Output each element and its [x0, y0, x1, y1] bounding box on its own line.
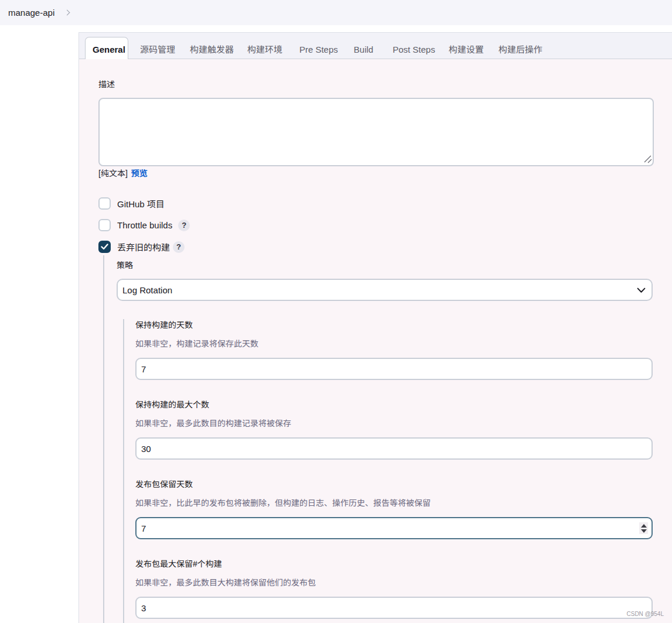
tab-post-build-actions-label: 构建后操作 [499, 45, 543, 54]
tab-post-steps[interactable]: Post Steps [385, 33, 443, 59]
tab-post-build-actions[interactable]: 构建后操作 [491, 33, 550, 59]
description-textarea[interactable] [98, 98, 654, 166]
max-builds-to-keep-input[interactable] [135, 437, 653, 460]
tab-build[interactable]: Build [346, 33, 381, 59]
throttle-builds-row: Throttle builds ? [98, 219, 672, 231]
github-project-label[interactable]: GitHub 项目 [117, 197, 165, 210]
strategy-select-value: Log Rotation [122, 285, 172, 295]
description-label: 描述 [98, 78, 672, 91]
config-form: 描述 [纯文本] 预览 GitHub 项目 Throttle builds ? … [79, 78, 672, 623]
preview-link[interactable]: 预览 [131, 169, 148, 178]
artifact-days-to-keep-label: 发布包保留天数 [135, 478, 672, 491]
tab-pre-steps[interactable]: Pre Steps [292, 33, 346, 59]
description-preview-row: [纯文本] 预览 [98, 169, 672, 178]
tab-post-steps-label: Post Steps [393, 45, 435, 54]
breadcrumb-chevron-icon [64, 10, 70, 16]
artifact-days-to-keep-group: 发布包保留天数 如果非空，比此早的发布包将被删除，但构建的日志、操作历史、报告等… [135, 478, 672, 539]
days-to-keep-group: 保持构建的天数 如果非空，构建记录将保存此天数 [135, 319, 672, 380]
breadcrumb-project[interactable]: manage-api [8, 8, 54, 18]
artifact-max-builds-label: 发布包最大保留#个构建 [135, 558, 672, 570]
plain-text-hint: [纯文本] [98, 169, 128, 178]
discard-old-builds-label[interactable]: 丢弃旧的构建 [117, 241, 170, 253]
artifact-max-builds-desc: 如果非空，最多此数目大构建将保留他们的发布包 [135, 577, 672, 589]
artifact-max-builds-input[interactable] [135, 597, 653, 619]
config-tabbar: General 源码管理 构建触发器 构建环境 Pre Steps Build … [79, 33, 672, 59]
days-to-keep-input[interactable] [135, 358, 653, 380]
artifact-days-to-keep-input[interactable] [135, 517, 653, 539]
tab-pre-steps-label: Pre Steps [299, 45, 338, 54]
discard-old-builds-section: 策略 Log Rotation 保持构建的天数 如果非空，构建记录将保存此天数 [103, 255, 672, 623]
discard-old-builds-help-icon[interactable]: ? [173, 241, 185, 253]
tab-source-management[interactable]: 源码管理 [132, 33, 183, 59]
github-project-row: GitHub 项目 [98, 197, 672, 210]
tab-build-triggers-label: 构建触发器 [190, 45, 234, 54]
tab-build-environment[interactable]: 构建环境 [240, 33, 290, 59]
throttle-builds-help-icon[interactable]: ? [178, 220, 190, 231]
discard-old-builds-row: 丢弃旧的构建 ? [98, 241, 672, 253]
throttle-builds-label[interactable]: Throttle builds [117, 220, 172, 230]
artifact-days-to-keep-desc: 如果非空，比此早的发布包将被删除，但构建的日志、操作历史、报告等将被保留 [135, 497, 672, 509]
checkmark-icon [101, 244, 108, 250]
days-to-keep-desc: 如果非空，构建记录将保存此天数 [135, 338, 672, 350]
discard-old-builds-checkbox[interactable] [98, 241, 111, 253]
max-builds-to-keep-label: 保持构建的最大个数 [135, 399, 672, 411]
tab-source-management-label: 源码管理 [140, 45, 175, 54]
max-builds-to-keep-group: 保持构建的最大个数 如果非空，最多此数目的构建记录将被保存 [135, 399, 672, 460]
github-project-checkbox[interactable] [98, 197, 111, 210]
csdn-watermark: CSDN @954L [626, 611, 664, 617]
config-panel: General 源码管理 构建触发器 构建环境 Pre Steps Build … [79, 32, 672, 623]
tab-build-label: Build [354, 45, 373, 54]
breadcrumb-bar: manage-api [0, 0, 672, 25]
strategy-select[interactable]: Log Rotation [117, 279, 653, 301]
max-builds-to-keep-desc: 如果非空，最多此数目的构建记录将被保存 [135, 417, 672, 430]
tab-general[interactable]: General [85, 37, 128, 59]
tab-build-environment-label: 构建环境 [247, 45, 282, 54]
days-to-keep-label: 保持构建的天数 [135, 319, 672, 331]
tab-build-settings-label: 构建设置 [449, 45, 484, 54]
strategy-label: 策略 [117, 259, 672, 272]
spinner-up-icon[interactable] [641, 524, 647, 528]
spinner-down-icon[interactable] [641, 529, 647, 533]
number-spinner[interactable] [639, 522, 648, 534]
artifact-max-builds-group: 发布包最大保留#个构建 如果非空，最多此数目大构建将保留他们的发布包 [135, 558, 672, 619]
log-rotation-section: 保持构建的天数 如果非空，构建记录将保存此天数 保持构建的最大个数 如果非空，最… [123, 319, 672, 623]
tab-build-settings[interactable]: 构建设置 [441, 33, 492, 59]
tab-general-label: General [93, 45, 125, 54]
tab-build-triggers[interactable]: 构建触发器 [182, 33, 241, 59]
throttle-builds-checkbox[interactable] [98, 219, 111, 231]
